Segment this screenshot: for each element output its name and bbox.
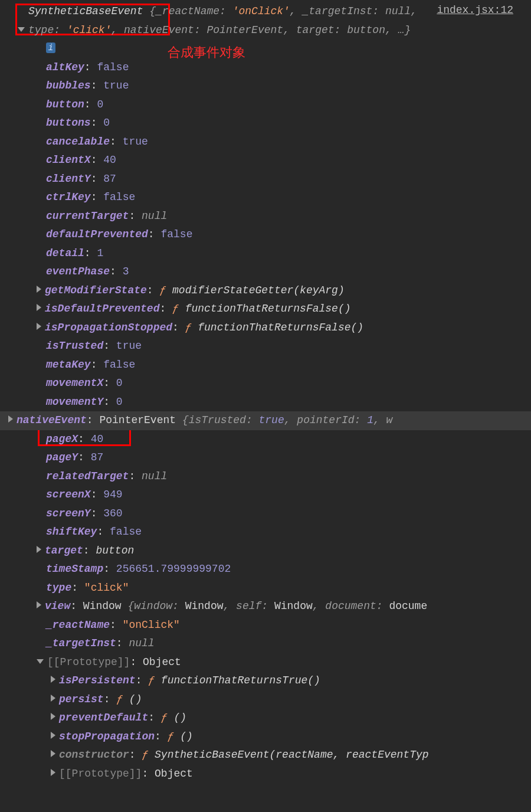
arrow-icon[interactable] — [37, 546, 41, 553]
info-icon: i — [46, 42, 55, 53]
prop-detail[interactable]: detail: 1 — [0, 244, 531, 263]
object-header-line-2[interactable]: type: 'click', nativeEvent: PointerEvent… — [0, 21, 531, 40]
prop-relatedTarget[interactable]: relatedTarget: null — [0, 467, 531, 486]
arrow-icon[interactable] — [37, 323, 41, 330]
info-badge-row: i — [0, 40, 531, 58]
prop-timeStamp[interactable]: timeStamp: 256651.79999999702 — [0, 560, 531, 579]
expand-toggle-icon[interactable] — [18, 27, 25, 32]
prop-cancelable[interactable]: cancelable: true — [0, 133, 531, 152]
prop-movementX[interactable]: movementX: 0 — [0, 374, 531, 393]
prop-screenX[interactable]: screenX: 949 — [0, 486, 531, 505]
prop-movementY[interactable]: movementY: 0 — [0, 393, 531, 412]
expand-toggle-icon[interactable] — [37, 659, 44, 664]
object-header-line-1[interactable]: SyntheticBaseEvent {_reactName: 'onClick… — [0, 2, 531, 21]
prop-ctrlKey[interactable]: ctrlKey: false — [0, 188, 531, 207]
prop-target[interactable]: target: button — [0, 542, 531, 561]
prop-prototype[interactable]: [[Prototype]]: Object — [0, 653, 531, 672]
arrow-icon[interactable] — [8, 415, 13, 423]
prop-targetInst[interactable]: _targetInst: null — [0, 634, 531, 653]
proto-prototype[interactable]: [[Prototype]]: Object — [0, 765, 531, 784]
arrow-icon[interactable] — [51, 695, 55, 702]
prop-currentTarget[interactable]: currentTarget: null — [0, 207, 531, 226]
prop-defaultPrevented[interactable]: defaultPrevented: false — [0, 225, 531, 244]
prop-metaKey[interactable]: metaKey: false — [0, 356, 531, 375]
proto-persist[interactable]: persist: ƒ () — [0, 690, 531, 709]
arrow-icon[interactable] — [51, 732, 55, 739]
proto-constructor[interactable]: constructor: ƒ SyntheticBaseEvent(reactN… — [0, 746, 531, 765]
prop-button[interactable]: button: 0 — [0, 96, 531, 114]
prop-isDefaultPrevented[interactable]: isDefaultPrevented: ƒ functionThatReturn… — [0, 300, 531, 319]
prop-shiftKey[interactable]: shiftKey: false — [0, 523, 531, 542]
prop-isTrusted[interactable]: isTrusted: true — [0, 337, 531, 356]
arrow-icon[interactable] — [51, 676, 55, 683]
prop-view[interactable]: view: Window {window: Window, self: Wind… — [0, 597, 531, 616]
prop-getModifierState[interactable]: getModifierState: ƒ modifierStateGetter(… — [0, 281, 531, 300]
arrow-icon[interactable] — [51, 750, 55, 757]
prop-isPropagationStopped[interactable]: isPropagationStopped: ƒ functionThatRetu… — [0, 319, 531, 338]
proto-preventDefault[interactable]: preventDefault: ƒ () — [0, 709, 531, 728]
prop-clientY[interactable]: clientY: 87 — [0, 170, 531, 189]
arrow-icon[interactable] — [51, 769, 55, 776]
arrow-icon[interactable] — [51, 713, 55, 720]
prop-bubbles[interactable]: bubbles: true — [0, 77, 531, 96]
arrow-icon[interactable] — [37, 601, 41, 608]
prop-pageX[interactable]: pageX: 40 — [0, 430, 531, 449]
prop-reactName[interactable]: _reactName: "onClick" — [0, 616, 531, 635]
console-object-root: index.jsx:12 合成事件对象 SyntheticBaseEvent {… — [0, 0, 531, 783]
prop-eventPhase[interactable]: eventPhase: 3 — [0, 263, 531, 281]
prop-type[interactable]: type: "click" — [0, 579, 531, 598]
arrow-icon[interactable] — [37, 304, 41, 311]
arrow-icon[interactable] — [37, 286, 41, 293]
object-constructor-name: SyntheticBaseEvent — [28, 5, 143, 17]
proto-isPersistent[interactable]: isPersistent: ƒ functionThatReturnsTrue(… — [0, 672, 531, 690]
prop-pageY[interactable]: pageY: 87 — [0, 448, 531, 467]
prop-clientX[interactable]: clientX: 40 — [0, 151, 531, 170]
prop-nativeEvent[interactable]: nativeEvent: PointerEvent {isTrusted: tr… — [0, 411, 531, 430]
prop-altKey[interactable]: altKey: false — [0, 58, 531, 77]
proto-stopPropagation[interactable]: stopPropagation: ƒ () — [0, 728, 531, 746]
prop-buttons[interactable]: buttons: 0 — [0, 114, 531, 133]
prop-screenY[interactable]: screenY: 360 — [0, 505, 531, 523]
